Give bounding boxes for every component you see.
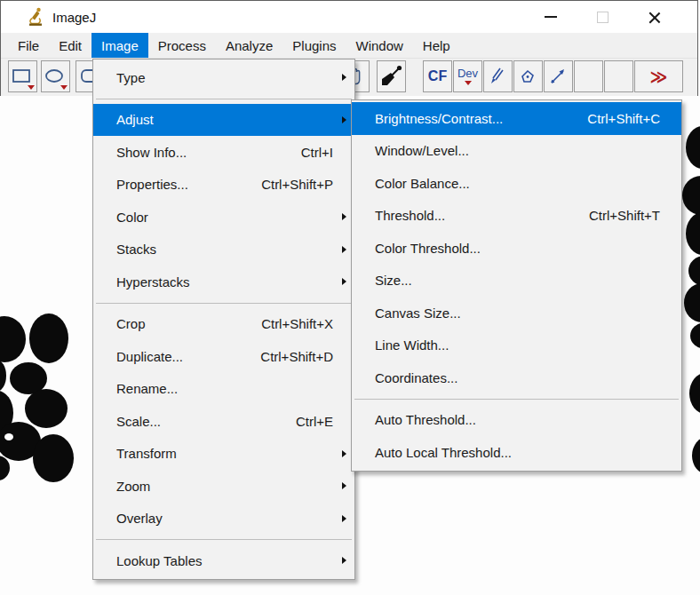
cf-tool-label: CF: [428, 68, 447, 84]
submenu-arrow-icon: [342, 482, 346, 489]
menu-item-label: Zoom: [116, 479, 150, 494]
adjust-submenu-item-threshold[interactable]: Threshold...Ctrl+Shift+T: [352, 200, 681, 233]
blob-particle: [684, 283, 700, 322]
menu-item-label: Rename...: [116, 381, 178, 396]
menubar-item-file[interactable]: File: [8, 33, 49, 58]
image-menu-item-hyperstacks[interactable]: Hyperstacks: [93, 266, 354, 298]
image-menu-item-scale[interactable]: Scale...Ctrl+E: [93, 405, 354, 438]
rectangle-tool-button[interactable]: [8, 60, 37, 92]
menu-item-label: Threshold...: [375, 208, 445, 223]
menu-item-label: Brightness/Contrast...: [375, 111, 503, 126]
image-menu-item-lookup-tables[interactable]: Lookup Tables: [93, 544, 354, 577]
image-menu-item-zoom[interactable]: Zoom: [93, 470, 354, 503]
menu-item-label: Color: [116, 210, 148, 225]
menu-item-label: Crop: [116, 316, 146, 331]
cf-macro-tool-button[interactable]: CF: [423, 60, 452, 92]
more-tools-button[interactable]: ≫: [634, 60, 683, 92]
image-menu-item-rename[interactable]: Rename...: [93, 373, 354, 406]
minimize-icon: [545, 16, 557, 18]
image-menu-item-crop[interactable]: CropCtrl+Shift+X: [93, 308, 354, 341]
brush-tool-button[interactable]: [483, 60, 513, 92]
menu-item-label: Line Width...: [375, 337, 449, 353]
blob-particle: [0, 316, 26, 362]
menu-item-label: Type: [116, 70, 146, 85]
adjust-submenu-item-coordinates[interactable]: Coordinates...: [352, 361, 681, 394]
adjust-submenu-item-canvas-size[interactable]: Canvas Size...: [352, 297, 681, 329]
adjust-submenu-item-auto-threshold[interactable]: Auto Threshold...: [352, 404, 681, 437]
blob-particle: [688, 256, 700, 286]
dev-dropdown-triangle-icon: [465, 81, 472, 85]
paint-bucket-icon: [516, 65, 540, 88]
adjust-submenu-item-brightness-contrast[interactable]: Brightness/Contrast...Ctrl+Shift+C: [352, 102, 681, 135]
menubar-item-image[interactable]: Image: [91, 33, 148, 58]
dev-tool-label: Dev: [457, 67, 478, 79]
image-menu-item-overlay[interactable]: Overlay: [93, 503, 354, 536]
submenu-arrow-icon: [342, 278, 346, 285]
blob-particle: [0, 360, 6, 392]
image-menu-item-color[interactable]: Color: [93, 201, 354, 234]
adjust-submenu-item-color-balance[interactable]: Color Balance...: [352, 167, 681, 200]
menu-item-label: Properties...: [116, 177, 188, 192]
image-menu-item-adjust[interactable]: Adjust: [93, 104, 354, 137]
menubar-item-help[interactable]: Help: [413, 33, 460, 58]
flood-fill-tool-button[interactable]: [513, 60, 543, 92]
close-button[interactable]: [633, 1, 674, 33]
adjust-submenu-item-color-threshold[interactable]: Color Threshold...: [352, 232, 681, 265]
submenu-arrow-icon: [342, 74, 346, 81]
image-menu-dropdown: TypeAdjustShow Info...Ctrl+IProperties..…: [92, 59, 355, 580]
image-menu-item-transform[interactable]: Transform: [93, 438, 354, 471]
menu-item-shortcut: Ctrl+Shift+X: [261, 316, 333, 331]
image-menu-separator: [96, 99, 352, 99]
blob-particle: [29, 313, 68, 363]
menu-item-label: Auto Threshold...: [375, 412, 476, 427]
menu-item-shortcut: Ctrl+Shift+T: [589, 208, 660, 223]
adjust-submenu-item-window-level[interactable]: Window/Level...: [352, 135, 681, 168]
submenu-arrow-icon: [342, 213, 346, 220]
menubar-item-edit[interactable]: Edit: [49, 33, 91, 58]
image-menu-item-duplicate[interactable]: Duplicate...Ctrl+Shift+D: [93, 340, 354, 373]
menubar-item-window[interactable]: Window: [346, 33, 413, 58]
menu-item-label: Color Balance...: [375, 176, 470, 191]
eyedropper-icon: [378, 64, 404, 89]
menubar-item-analyze[interactable]: Analyze: [216, 33, 282, 58]
adjust-submenu-item-auto-local-threshold[interactable]: Auto Local Threshold...: [352, 436, 681, 469]
image-menu-item-show-info[interactable]: Show Info...Ctrl+I: [93, 136, 354, 169]
dropdown-triangle-icon: [60, 85, 68, 90]
image-menu-item-stacks[interactable]: Stacks: [93, 234, 354, 266]
menu-item-label: Adjust: [116, 112, 154, 127]
blob-particle: [682, 176, 700, 215]
image-menu-item-type[interactable]: Type: [93, 61, 354, 94]
menubar-item-plugins[interactable]: Plugins: [282, 33, 346, 58]
menu-item-label: Lookup Tables: [116, 553, 202, 568]
color-picker-tool-button[interactable]: [377, 60, 406, 92]
maximize-icon: [597, 12, 609, 23]
imagej-logo-icon: [28, 7, 44, 27]
menu-item-label: Duplicate...: [116, 349, 183, 364]
image-menu-item-properties[interactable]: Properties...Ctrl+Shift+P: [93, 169, 354, 202]
window-title: ImageJ: [52, 10, 96, 25]
dev-menu-tool-button[interactable]: Dev: [453, 60, 482, 92]
menu-item-shortcut: Ctrl+I: [301, 145, 333, 160]
menu-item-shortcut: Ctrl+Shift+D: [260, 349, 333, 364]
maximize-button[interactable]: [582, 1, 623, 33]
blob-particle: [686, 126, 700, 169]
arrow-tool-button[interactable]: [544, 60, 573, 92]
empty-tool-slot-1[interactable]: [574, 60, 603, 92]
close-icon: [648, 12, 660, 23]
menu-item-shortcut: Ctrl+Shift+C: [587, 111, 660, 126]
blob-particle: [25, 389, 68, 428]
menubar-item-process[interactable]: Process: [148, 33, 216, 58]
minimize-button[interactable]: [530, 1, 571, 33]
adjust-submenu-item-size[interactable]: Size...: [352, 265, 681, 298]
submenu-arrow-icon: [342, 450, 346, 457]
menu-item-label: Hyperstacks: [116, 274, 190, 290]
menu-item-label: Auto Local Threshold...: [375, 445, 512, 460]
empty-tool-slot-2[interactable]: [604, 60, 633, 92]
oval-tool-button[interactable]: [41, 60, 70, 92]
menu-item-label: Stacks: [116, 242, 156, 257]
submenu-arrow-icon: [342, 557, 346, 564]
arrow-icon: [546, 65, 570, 88]
image-menu-separator: [96, 539, 352, 540]
menu-item-shortcut: Ctrl+Shift+P: [261, 177, 333, 192]
adjust-submenu-item-line-width[interactable]: Line Width...: [352, 329, 681, 362]
